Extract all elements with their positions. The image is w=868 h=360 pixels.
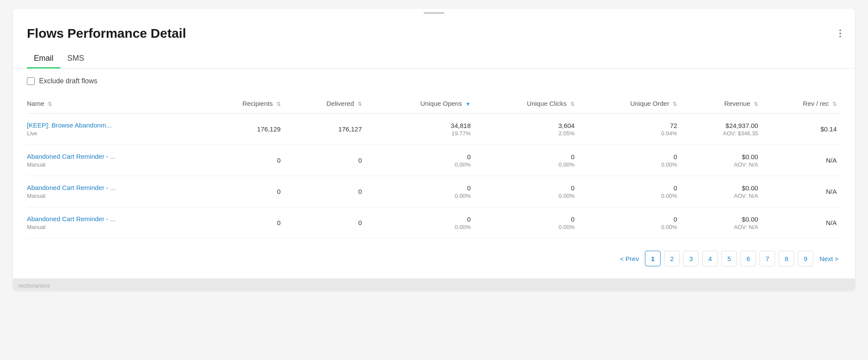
cell-rev-rec-1: N/A [763,145,841,176]
cell-rev-rec-3: N/A [763,207,841,239]
cell-unique-clicks-0: 3,604 2.05% [475,114,579,145]
col-revenue: Revenue ⇅ [681,94,763,114]
page-9-button[interactable]: 9 [798,251,813,266]
cell-name-2: Abandoned Cart Reminder - ... Manual [27,176,198,207]
cell-unique-opens-1: 0 0.00% [366,145,475,176]
tab-email[interactable]: Email [27,49,60,69]
cell-delivered-3: 0 [285,207,366,239]
page-1-button[interactable]: 1 [645,251,661,266]
cell-unique-order-2: 0 0.00% [579,176,681,207]
cell-unique-opens-2: 0 0.00% [366,176,475,207]
page-2-button[interactable]: 2 [664,251,680,266]
unique-clicks-pct-3: 0.00% [480,224,575,230]
page-4-button[interactable]: 4 [702,251,718,266]
page-title: Flows Performance Detail [27,26,186,41]
col-unique-order: Unique Order ⇅ [579,94,681,114]
table-container: Name ⇅ Recipients ⇅ Delivered ⇅ Unique O… [13,89,855,239]
cell-delivered-1: 0 [285,145,366,176]
cell-name-0: [KEEP]: Browse Abandonm... Live [27,114,198,145]
pagination: < Prev 1 2 3 4 5 6 7 8 9 Next > [13,239,855,278]
cell-rev-rec-2: N/A [763,176,841,207]
flow-name-link-0[interactable]: [KEEP]: Browse Abandonm... [27,121,112,129]
prev-button[interactable]: < Prev [617,251,641,266]
cell-revenue-1: $0.00 AOV: N/A [681,145,763,176]
footer-url: rections/sms [13,278,855,291]
main-card: Flows Performance Detail Email SMS Exclu… [13,9,855,291]
col-rev-rec: Rev / rec ⇅ [763,94,841,114]
unique-clicks-pct-1: 0.00% [480,161,575,168]
unique-order-pct-1: 0.00% [583,161,677,168]
cell-unique-clicks-1: 0 0.00% [475,145,579,176]
cell-delivered-0: 176,127 [285,114,366,145]
unique-order-pct-2: 0.00% [583,193,677,199]
drag-handle [13,9,855,14]
next-button[interactable]: Next > [817,251,841,266]
unique-opens-pct-0: 19.77% [371,130,471,137]
unique-opens-pct-2: 0.00% [371,193,471,199]
sort-icon-revenue[interactable]: ⇅ [754,101,758,107]
aov-0: AOV: $346.35 [686,130,758,137]
col-delivered: Delivered ⇅ [285,94,366,114]
table-row: Abandoned Cart Reminder - ... Manual 0 0… [27,207,841,239]
flow-name-link-2[interactable]: Abandoned Cart Reminder - ... [27,184,115,191]
col-name: Name ⇅ [27,94,198,114]
flow-status-2: Manual [27,193,194,199]
aov-2: AOV: N/A [686,193,758,199]
sort-icon-unique-clicks[interactable]: ⇅ [570,101,575,107]
aov-1: AOV: N/A [686,161,758,168]
cell-unique-clicks-2: 0 0.00% [475,176,579,207]
table-header-row: Name ⇅ Recipients ⇅ Delivered ⇅ Unique O… [27,94,841,114]
flow-name-link-3[interactable]: Abandoned Cart Reminder - ... [27,215,115,223]
flow-status-3: Manual [27,224,194,230]
unique-opens-pct-1: 0.00% [371,161,471,168]
sort-icon-recipients[interactable]: ⇅ [276,101,281,107]
cell-name-3: Abandoned Cart Reminder - ... Manual [27,207,198,239]
page-8-button[interactable]: 8 [779,251,794,266]
unique-clicks-pct-2: 0.00% [480,193,575,199]
filter-row: Exclude draft flows [13,69,855,89]
flow-status-1: Manual [27,161,194,168]
cell-revenue-2: $0.00 AOV: N/A [681,176,763,207]
cell-recipients-0: 176,129 [198,114,285,145]
sort-icon-name[interactable]: ⇅ [48,101,52,107]
flow-status-0: Live [27,130,194,137]
col-unique-opens: Unique Opens ▼ [366,94,475,114]
cell-recipients-1: 0 [198,145,285,176]
col-unique-clicks: Unique Clicks ⇅ [475,94,579,114]
cell-unique-order-1: 0 0.00% [579,145,681,176]
cell-recipients-2: 0 [198,176,285,207]
sort-icon-unique-order[interactable]: ⇅ [673,101,677,107]
page-5-button[interactable]: 5 [721,251,737,266]
cell-unique-clicks-3: 0 0.00% [475,207,579,239]
page-7-button[interactable]: 7 [760,251,775,266]
cell-unique-order-3: 0 0.00% [579,207,681,239]
tabs-container: Email SMS [13,49,855,69]
table-row: Abandoned Cart Reminder - ... Manual 0 0… [27,145,841,176]
cell-revenue-3: $0.00 AOV: N/A [681,207,763,239]
unique-clicks-pct-0: 2.05% [480,130,575,137]
page-6-button[interactable]: 6 [740,251,756,266]
cell-recipients-3: 0 [198,207,285,239]
exclude-draft-label: Exclude draft flows [39,77,97,85]
more-options-button[interactable] [839,29,841,37]
cell-rev-rec-0: $0.14 [763,114,841,145]
tab-sms[interactable]: SMS [60,49,91,69]
cell-name-1: Abandoned Cart Reminder - ... Manual [27,145,198,176]
exclude-draft-checkbox[interactable] [27,77,35,85]
flow-name-link-1[interactable]: Abandoned Cart Reminder - ... [27,153,115,160]
exclude-draft-checkbox-wrapper[interactable]: Exclude draft flows [27,77,97,85]
unique-order-pct-0: 0.04% [583,130,677,137]
sort-icon-rev-rec[interactable]: ⇅ [832,101,837,107]
cell-unique-opens-3: 0 0.00% [366,207,475,239]
aov-3: AOV: N/A [686,224,758,230]
cell-delivered-2: 0 [285,176,366,207]
table-row: Abandoned Cart Reminder - ... Manual 0 0… [27,176,841,207]
sort-icon-unique-opens[interactable]: ▼ [466,101,471,107]
unique-opens-pct-3: 0.00% [371,224,471,230]
page-3-button[interactable]: 3 [683,251,699,266]
unique-order-pct-3: 0.00% [583,224,677,230]
cell-unique-order-0: 72 0.04% [579,114,681,145]
sort-icon-delivered[interactable]: ⇅ [358,101,362,107]
cell-revenue-0: $24,937.00 AOV: $346.35 [681,114,763,145]
col-recipients: Recipients ⇅ [198,94,285,114]
